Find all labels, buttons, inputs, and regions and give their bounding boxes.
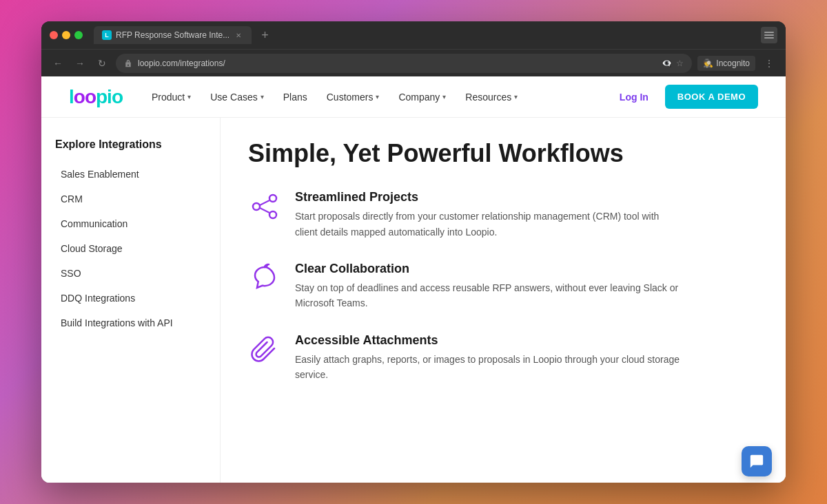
address-bar[interactable]: loopio.com/integrations/ 👁‍🗨 ☆ (116, 54, 692, 73)
attachments-title: Accessible Attachments (295, 333, 681, 348)
collaboration-text: Clear Collaboration Stay on top of deadl… (295, 262, 681, 311)
customers-chevron-icon: ▾ (376, 93, 379, 101)
tab-favicon: L (102, 30, 112, 40)
feature-collaboration: Clear Collaboration Stay on top of deadl… (248, 262, 758, 311)
product-chevron-icon: ▾ (187, 93, 191, 101)
nav-items: Product ▾ Use Cases ▾ Plans Customers ▾ … (143, 86, 611, 108)
login-button[interactable]: Log In (611, 86, 657, 108)
browser-tab[interactable]: L RFP Response Software Inte... ✕ (94, 26, 252, 44)
sidebar-item-sales-enablement[interactable]: Sales Enablement (55, 162, 206, 187)
svg-line-6 (260, 200, 269, 205)
feature-streamlined: Streamlined Projects Start proposals dir… (248, 190, 758, 240)
address-icons: 👁‍🗨 ☆ (662, 59, 684, 68)
nav-use-cases[interactable]: Use Cases ▾ (202, 86, 272, 108)
sidebar-title: Explore Integrations (55, 138, 206, 151)
logo[interactable]: loopio (69, 86, 123, 108)
lock-icon (124, 59, 132, 67)
svg-rect-1 (764, 34, 774, 36)
page-heading: Simple, Yet Powerful Workflows (248, 138, 758, 168)
forward-button[interactable]: → (72, 55, 88, 72)
logo-text: loopio (69, 86, 123, 108)
svg-line-7 (260, 208, 269, 213)
site-nav: loopio Product ▾ Use Cases ▾ Plans Custo… (41, 76, 786, 118)
collaboration-icon (248, 262, 281, 295)
nav-plans[interactable]: Plans (275, 86, 316, 108)
company-chevron-icon: ▾ (442, 93, 446, 101)
nav-product[interactable]: Product ▾ (143, 86, 199, 108)
nav-actions: Log In BOOK A DEMO (611, 85, 758, 109)
sidebar-item-cloud-storage[interactable]: Cloud Storage (55, 236, 206, 261)
feature-attachments: Accessible Attachments Easily attach gra… (248, 333, 758, 383)
main-content: Simple, Yet Powerful Workflows (221, 118, 786, 483)
nav-company[interactable]: Company ▾ (390, 86, 454, 108)
tab-title: RFP Response Software Inte... (116, 30, 229, 40)
chat-icon (749, 454, 764, 469)
collaboration-description: Stay on top of deadlines and access reus… (295, 280, 681, 311)
traffic-lights (50, 31, 83, 39)
attachments-description: Easily attach graphs, reports, or images… (295, 352, 681, 383)
menu-button[interactable]: ⋮ (761, 55, 777, 72)
collaboration-title: Clear Collaboration (295, 262, 681, 276)
sidebar-item-api[interactable]: Build Integrations with API (55, 311, 206, 335)
demo-button[interactable]: BOOK A DEMO (665, 85, 758, 109)
maximize-button[interactable] (74, 31, 83, 39)
website-content: loopio Product ▾ Use Cases ▾ Plans Custo… (41, 76, 786, 483)
new-tab-button[interactable]: + (257, 28, 273, 43)
attachments-icon (248, 333, 281, 366)
feature-list: Streamlined Projects Start proposals dir… (248, 190, 758, 382)
svg-point-5 (269, 211, 276, 218)
sidebar-items: Sales Enablement CRM Communication Cloud… (55, 162, 206, 335)
site-content: Explore Integrations Sales Enablement CR… (41, 118, 786, 483)
resources-chevron-icon: ▾ (514, 93, 518, 101)
sidebar: Explore Integrations Sales Enablement CR… (41, 118, 221, 483)
chat-bubble-button[interactable] (742, 446, 772, 476)
sidebar-item-communication[interactable]: Communication (55, 211, 206, 236)
svg-rect-2 (764, 37, 774, 39)
streamlined-projects-icon (248, 190, 281, 223)
minimize-button[interactable] (62, 31, 70, 39)
streamlined-description: Start proposals directly from your custo… (295, 209, 681, 240)
nav-customers[interactable]: Customers ▾ (318, 86, 388, 108)
browser-window: L RFP Response Software Inte... ✕ + ← → … (41, 21, 786, 483)
streamlined-title: Streamlined Projects (295, 190, 681, 204)
svg-rect-0 (764, 32, 774, 33)
refresh-button[interactable]: ↻ (94, 55, 110, 72)
attachments-text: Accessible Attachments Easily attach gra… (295, 333, 681, 383)
sidebar-item-crm[interactable]: CRM (55, 187, 206, 211)
svg-point-3 (253, 203, 260, 210)
sidebar-item-sso[interactable]: SSO (55, 261, 206, 286)
sidebar-item-ddq[interactable]: DDQ Integrations (55, 286, 206, 311)
tab-close-icon[interactable]: ✕ (234, 30, 243, 40)
streamlined-text: Streamlined Projects Start proposals dir… (295, 190, 681, 240)
address-url: loopio.com/integrations/ (138, 59, 656, 68)
use-cases-chevron-icon: ▾ (261, 93, 264, 101)
nav-resources[interactable]: Resources ▾ (457, 86, 526, 108)
back-button[interactable]: ← (50, 55, 66, 72)
browser-titlebar: L RFP Response Software Inte... ✕ + (41, 21, 786, 49)
svg-point-4 (269, 195, 276, 202)
browser-toolbar: ← → ↻ loopio.com/integrations/ 👁‍🗨 ☆ 🕵 I… (41, 49, 786, 76)
close-button[interactable] (50, 31, 58, 39)
incognito-badge: 🕵 Incognito (697, 56, 755, 71)
